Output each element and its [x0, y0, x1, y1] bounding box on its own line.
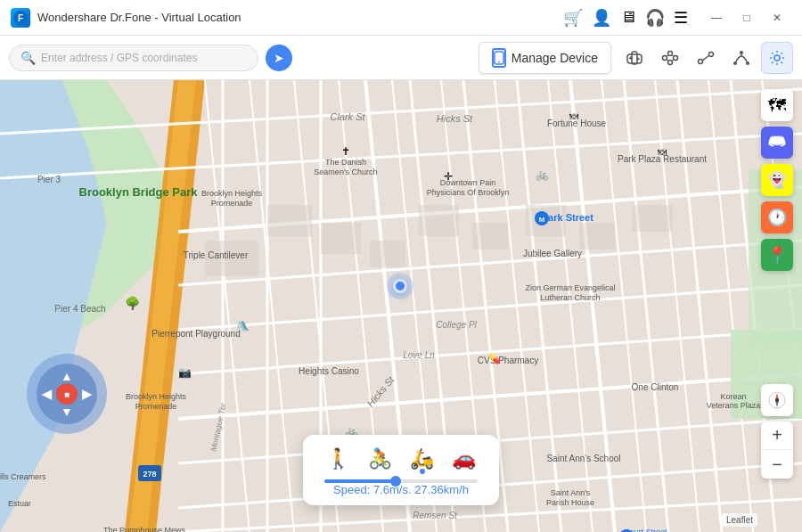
nav-down-button[interactable]: ▼ — [61, 405, 73, 419]
svg-rect-65 — [267, 205, 312, 236]
svg-text:📷: 📷 — [178, 365, 192, 379]
route-button[interactable] — [690, 42, 722, 74]
svg-text:One Clinton: One Clinton — [632, 382, 679, 392]
speed-value: 7.6m/s. 27.36km/h — [373, 483, 469, 496]
svg-line-16 — [667, 59, 668, 61]
svg-point-12 — [668, 60, 673, 64]
speed-display: Speed: 7.6m/s. 27.36km/h — [324, 483, 478, 496]
manage-device-label: Manage Device — [511, 51, 598, 65]
leaflet-attribution: Leaflet — [722, 513, 757, 527]
scooter-mode-button[interactable]: 🛵 — [410, 447, 434, 471]
svg-point-20 — [746, 61, 749, 65]
right-panel-apps: 🗺 👻 🕐 📍 — [761, 89, 793, 271]
svg-text:Triple Cantilever: Triple Cantilever — [184, 250, 249, 260]
settings-button[interactable] — [761, 42, 793, 74]
svg-text:Veterans Plaza: Veterans Plaza — [707, 401, 761, 410]
svg-rect-8 — [631, 56, 633, 60]
svg-text:Heights Casino: Heights Casino — [299, 366, 359, 376]
svg-text:🚲: 🚲 — [536, 168, 549, 181]
manage-device-button[interactable]: Manage Device — [479, 42, 611, 74]
active-mode-indicator — [420, 469, 425, 474]
search-icon: 🔍 — [20, 51, 36, 65]
navigate-button[interactable]: ➤ — [266, 45, 292, 71]
svg-rect-69 — [472, 223, 508, 250]
svg-point-3 — [498, 61, 500, 62]
location-marker — [393, 279, 407, 293]
path-button[interactable] — [725, 42, 757, 74]
svg-text:Lutheran Church: Lutheran Church — [540, 293, 600, 302]
svg-text:Promenade: Promenade — [211, 199, 253, 208]
svg-text:Pierrepont Playground: Pierrepont Playground — [151, 329, 241, 339]
minimize-button[interactable]: — — [702, 5, 731, 30]
svg-text:🌳: 🌳 — [125, 296, 141, 311]
svg-text:Saint Ann's School: Saint Ann's School — [546, 454, 620, 463]
svg-rect-68 — [419, 205, 459, 236]
svg-text:College Pl: College Pl — [436, 320, 477, 330]
svg-point-6 — [637, 57, 640, 60]
nav-right-button[interactable]: ▶ — [82, 387, 92, 401]
cart-icon[interactable]: 🛒 — [563, 8, 583, 28]
svg-point-18 — [709, 52, 714, 56]
phone-icon — [492, 48, 506, 68]
maximize-button[interactable]: □ — [732, 5, 761, 30]
titlebar: F Wondershare Dr.Fone - Virtual Location… — [0, 0, 802, 36]
close-button[interactable]: ✕ — [763, 5, 791, 30]
bike-mode-button[interactable]: 🚴 — [368, 447, 392, 471]
speed-unit-kmh: km/h — [444, 483, 469, 496]
speed-fill — [324, 479, 393, 483]
zoom-out-button[interactable]: − — [761, 450, 793, 479]
svg-text:278: 278 — [143, 470, 156, 479]
speed-kmh: 27.36 — [414, 483, 444, 496]
nav-left-button[interactable]: ◀ — [42, 387, 52, 401]
menu-icon[interactable]: ☰ — [674, 8, 688, 28]
zoom-in-button[interactable]: + — [761, 422, 793, 450]
svg-text:✛: ✛ — [444, 170, 453, 183]
snapchat-app-button[interactable]: 👻 — [761, 164, 793, 196]
walk-mode-button[interactable]: 🚶 — [326, 447, 350, 471]
svg-rect-67 — [370, 241, 405, 267]
nav-center-button[interactable]: ■ — [56, 383, 78, 405]
speed-handle[interactable] — [390, 476, 401, 487]
svg-text:Pier 3: Pier 3 — [37, 175, 61, 184]
headphones-icon[interactable]: 🎧 — [645, 8, 665, 28]
svg-rect-72 — [633, 205, 673, 232]
joystick-control[interactable]: ▲ ▼ ◀ ▶ ■ — [27, 354, 107, 434]
svg-text:CVS Pharmacy: CVS Pharmacy — [478, 356, 538, 365]
gamepad-button[interactable] — [618, 42, 651, 74]
svg-text:✝: ✝ — [341, 145, 350, 158]
speed-slider[interactable] — [324, 479, 478, 483]
monitor-icon[interactable]: 🖥 — [620, 8, 636, 27]
profile-icon[interactable]: 👤 — [592, 8, 611, 28]
multipoint-button[interactable] — [654, 42, 686, 74]
svg-text:F: F — [18, 13, 23, 23]
svg-text:💊: 💊 — [488, 352, 501, 364]
svg-text:🛝: 🛝 — [236, 319, 250, 332]
svg-point-144 — [775, 398, 779, 402]
svg-point-9 — [663, 55, 667, 60]
google-maps-app-button[interactable]: 🗺 — [761, 89, 793, 121]
svg-text:The Danish: The Danish — [325, 158, 366, 167]
window-controls: — □ ✕ — [702, 5, 791, 30]
svg-text:Brooklyn Bridge Park: Brooklyn Bridge Park — [79, 185, 199, 199]
svg-text:Promenade: Promenade — [135, 402, 177, 411]
clock-app-button[interactable]: 🕐 — [761, 201, 793, 233]
svg-text:The Pumphouse Mews: The Pumphouse Mews — [103, 526, 186, 532]
discord-app-button[interactable] — [761, 127, 793, 159]
svg-text:Hicks St: Hicks St — [437, 113, 473, 124]
svg-line-13 — [667, 54, 668, 56]
svg-point-10 — [668, 51, 673, 55]
nav-up-button[interactable]: ▲ — [61, 369, 73, 383]
transport-mode-selector: 🚶 🚴 🛵 🚗 — [324, 447, 478, 471]
search-box: 🔍 — [9, 45, 258, 71]
compass-button[interactable] — [761, 384, 793, 416]
svg-text:Jubilee Gallery: Jubilee Gallery — [523, 249, 582, 258]
car-mode-button[interactable]: 🚗 — [452, 447, 476, 471]
search-input[interactable] — [41, 52, 237, 64]
svg-text:Estuar: Estuar — [8, 499, 31, 508]
svg-text:Hills Creamers: Hills Creamers — [0, 472, 46, 481]
maps-green-app-button[interactable]: 📍 — [761, 239, 793, 271]
map-container[interactable]: 278 Clark St Hicks St Hicks St Love Ln C… — [0, 80, 802, 532]
app-logo: F — [11, 8, 30, 28]
speed-panel: 🚶 🚴 🛵 🚗 Speed: 7.6m/s. 27.36km/h — [303, 435, 499, 505]
svg-text:Park Plaza Restaurant: Park Plaza Restaurant — [618, 154, 707, 164]
